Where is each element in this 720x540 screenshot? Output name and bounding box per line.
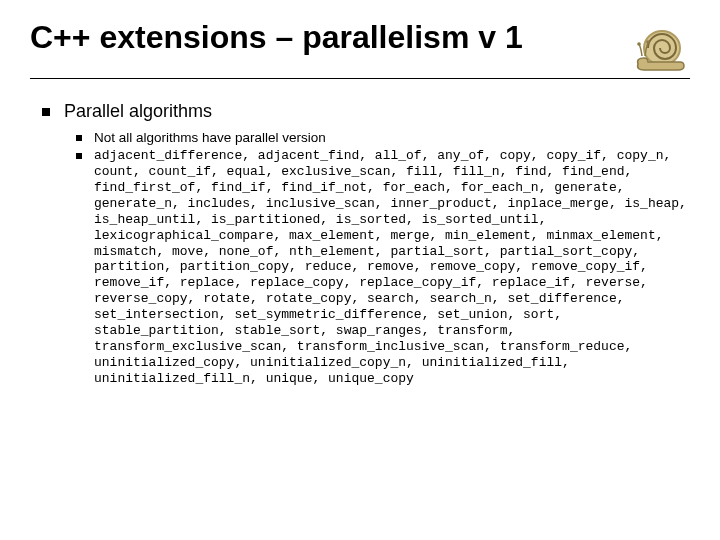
svg-point-0: [644, 31, 680, 65]
algorithm-list: adjacent_difference, adjacent_find, all_…: [94, 148, 690, 386]
snail-icon: [630, 20, 690, 74]
note-text: Not all algorithms have parallel version: [94, 130, 326, 146]
bullet-level2-algorithms: adjacent_difference, adjacent_find, all_…: [76, 148, 690, 386]
slide-title: C++ extensions – parallelism v 1: [30, 18, 622, 56]
slide: C++ extensions – parallelism v 1 Paralle…: [0, 0, 720, 408]
content-area: Parallel algorithms Not all algorithms h…: [30, 101, 690, 386]
svg-point-1: [637, 42, 641, 46]
bullet-level2-note: Not all algorithms have parallel version: [76, 130, 690, 146]
bullet-icon: [76, 135, 82, 141]
title-underline: [30, 78, 690, 79]
level1-text: Parallel algorithms: [64, 101, 212, 122]
bullet-icon: [76, 153, 82, 159]
title-row: C++ extensions – parallelism v 1: [30, 18, 690, 74]
bullet-level1: Parallel algorithms: [42, 101, 690, 122]
svg-point-2: [646, 40, 650, 44]
sublist: Not all algorithms have parallel version…: [42, 130, 690, 386]
bullet-icon: [42, 108, 50, 116]
